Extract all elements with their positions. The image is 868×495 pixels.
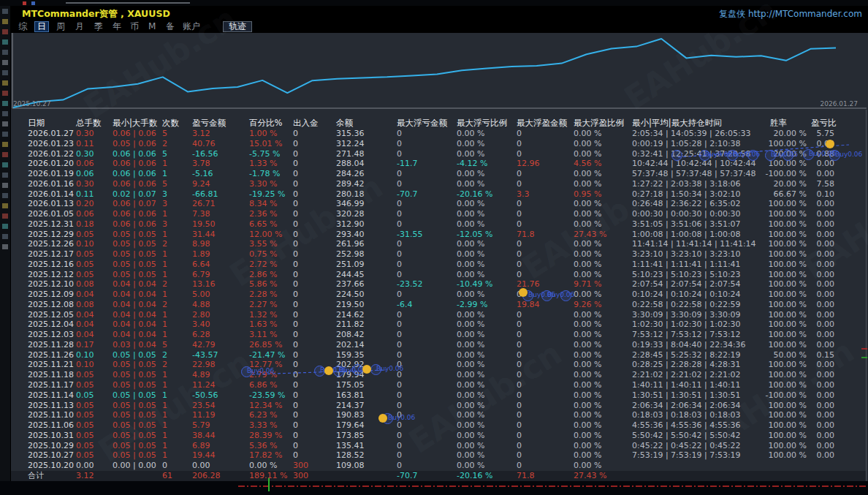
menu-item-6[interactable]: 年	[110, 22, 123, 31]
cell-col5: 2.27 %	[249, 300, 277, 310]
cell-col8: 0	[397, 249, 402, 260]
track-button[interactable]: 轨迹	[223, 21, 252, 32]
cell-col10: 0	[517, 239, 522, 249]
table-row[interactable]: 2026.01.230.110.05 | 0.06240.7615.01 %03…	[10, 139, 867, 149]
cell-col5: 2.28 %	[249, 290, 277, 300]
cell-col9: 0.00 %	[457, 441, 484, 451]
cell-col0: 2025.12.31	[28, 219, 74, 230]
menu-item-7[interactable]: 币	[128, 22, 141, 31]
cell-col14: 0.00	[808, 370, 834, 380]
table-row[interactable]: 2025.12.100.080.04 | 0.04213.165.86 %023…	[10, 279, 867, 290]
table-row[interactable]: 2025.12.030.040.04 | 0.0416.283.11 %0208…	[10, 330, 867, 340]
cell-col11: 0.95 %	[574, 189, 601, 200]
cell-col13: 100.00 %	[751, 290, 807, 300]
cell-col12: 0:00:19 | 1:05:28 | 2:10:38	[632, 139, 741, 149]
brand-url[interactable]: http://MTCommander.com	[748, 9, 862, 19]
menu-item-3[interactable]: 周	[54, 22, 67, 31]
table-row[interactable]: 2026.01.050.060.06 | 0.0617.382.36 %0320…	[10, 209, 867, 219]
table-row[interactable]: 2025.10.270.050.05 | 0.05119.4417.82 %01…	[10, 450, 867, 461]
cell-col5: 15.01 %	[249, 139, 282, 149]
cell-col4: 38.44	[192, 431, 216, 441]
table-row[interactable]: 2026.01.140.110.02 | 0.073-66.81-19.25 %…	[10, 189, 867, 200]
table-row[interactable]: 2025.11.100.050.05 | 0.05111.196.23 %019…	[10, 410, 867, 420]
table-row[interactable]: 2026.01.190.060.06 | 0.061-5.16-1.78 %02…	[10, 169, 867, 179]
table-row[interactable]: 2025.12.310.180.06 | 0.06319.506.65 %031…	[10, 219, 867, 230]
cell-col14: 0.00	[808, 270, 834, 280]
table-row[interactable]: 2025.12.080.080.04 | 0.0424.882.27 %0219…	[10, 300, 867, 310]
brand-link[interactable]: 复盘侠 http://MTCommander.com	[719, 8, 862, 20]
cell-col3: 1	[162, 450, 167, 461]
cell-col4: 42.79	[192, 340, 216, 350]
cell-col8: 0	[397, 260, 402, 270]
table-row[interactable]: 2025.11.260.100.05 | 0.052-43.57-21.47 %…	[10, 350, 867, 360]
cell-col12: 4:55:36 | 4:55:36 | 4:55:36	[632, 420, 741, 431]
table-row[interactable]: 2025.12.090.040.04 | 0.0415.002.28 %0224…	[10, 290, 867, 300]
menu-item-9[interactable]: 备	[164, 22, 177, 31]
table-row[interactable]: 2025.11.280.170.03 | 0.04542.7926.85 %02…	[10, 340, 867, 350]
cell-col8: 0	[397, 401, 402, 411]
cell-col9: -2.99 %	[457, 300, 487, 310]
table-row[interactable]: 2026.01.160.300.06 | 0.0659.243.30 %0289…	[10, 179, 867, 189]
table-row[interactable]: 2025.10.290.050.05 | 0.0516.895.36 %0135…	[10, 441, 867, 451]
table-row[interactable]: 2025.12.160.050.05 | 0.0516.642.72 %0251…	[10, 260, 867, 270]
cell-col5: -21.47 %	[249, 350, 285, 360]
page-title: MTCommander资管 , XAUUSD	[22, 8, 170, 20]
table-row[interactable]: 2025.12.260.100.05 | 0.0528.983.55 %0261…	[10, 239, 867, 249]
table-row[interactable]: 2025.11.210.100.05 | 0.05222.9812.77 %02…	[10, 360, 867, 370]
cell-col3: 5	[162, 129, 167, 139]
cell-col8: 0	[397, 310, 402, 320]
table-row[interactable]: 2025.11.140.050.05 | 0.051-50.56-23.59 %…	[10, 390, 867, 401]
cell-col7: 312.24	[336, 139, 365, 149]
table-row[interactable]: 2025.12.120.050.05 | 0.0516.792.86 %0244…	[10, 270, 867, 280]
close-trade-dot-icon	[324, 366, 333, 375]
menu-item-2[interactable]: 日	[35, 22, 48, 31]
cell-col7: 224.50	[336, 290, 365, 300]
cell-col10: 0	[517, 209, 522, 219]
cell-col1: 0.05	[76, 410, 94, 420]
cell-col4: 6.79	[192, 270, 210, 280]
cell-col13: 100.00 %	[751, 380, 807, 390]
cell-col8: 0	[397, 239, 402, 249]
cell-col10: 0	[517, 249, 522, 260]
cell-col9: 0.00 %	[457, 149, 484, 159]
cell-col7: 163.81	[336, 390, 365, 401]
column-header-2: 总手数	[76, 118, 102, 129]
cell-col13: 100.00 %	[751, 199, 807, 209]
cell-col9: 0.00 %	[457, 450, 484, 461]
cell-col12: 0:27:18 | 1:50:34 | 3:02:10	[632, 189, 741, 200]
table-row[interactable]: 2025.10.310.050.05 | 0.05138.4428.39 %01…	[10, 431, 867, 441]
menu-item-1[interactable]: 综	[16, 22, 29, 31]
table-row[interactable]: 2025.10.200.000.00 | 0.0000.000.00 %3001…	[10, 461, 867, 471]
sidebar-icon	[2, 173, 8, 178]
menu-item-10[interactable]: 账户	[180, 22, 202, 31]
table-row[interactable]: 2026.01.270.300.06 | 0.0653.121.00 %0315…	[10, 129, 867, 139]
table-row[interactable]: 2026.01.200.060.06 | 0.0613.781.33 %0288…	[10, 159, 867, 169]
menu-item-8[interactable]: M	[146, 22, 158, 31]
cell-col14: 0.00	[808, 159, 834, 169]
table-row[interactable]: 2025.11.170.050.05 | 0.05111.246.86 %017…	[10, 380, 867, 390]
cell-col3: 1	[162, 260, 167, 270]
table-row[interactable]: 2025.12.050.040.04 | 0.0412.801.32 %0214…	[10, 310, 867, 320]
cell-col5: 189.11 %	[249, 471, 287, 481]
table-row[interactable]: 2025.11.060.050.05 | 0.0515.793.33 %0179…	[10, 420, 867, 431]
table-row[interactable]: 2025.11.180.050.05 | 0.0514.892.79 %0179…	[10, 370, 867, 380]
table-row[interactable]: 2025.11.130.050.05 | 0.05123.5412.34 %02…	[10, 401, 867, 411]
table-row[interactable]: 2025.12.040.040.04 | 0.0413.401.63 %0211…	[10, 320, 867, 330]
cell-col7: 173.85	[336, 431, 365, 441]
cell-col12: 57:37:48 | 57:37:48 | 57:37:48	[632, 169, 756, 179]
menu-item-5[interactable]: 季	[92, 22, 105, 31]
table-row[interactable]: 2025.12.290.050.05 | 0.05131.4412.00 %02…	[10, 230, 867, 240]
cell-col8: -6.4	[397, 300, 412, 310]
table-row[interactable]: 2026.01.130.200.06 | 0.07326.718.34 %034…	[10, 199, 867, 209]
table-row[interactable]: 2025.12.170.050.05 | 0.0511.890.75 %0252…	[10, 249, 867, 260]
cell-col2: 0.04 | 0.04	[113, 310, 156, 320]
cell-col5: -5.75 %	[249, 149, 280, 159]
cell-col4: 1.89	[192, 249, 210, 260]
buy-trade-marker-label: Buy0.06	[376, 365, 403, 372]
cell-col6: 0	[293, 209, 298, 219]
cell-col4: 206.28	[192, 471, 221, 481]
cell-col12: 0:22:58 | 0:22:58 | 0:22:59	[632, 300, 741, 310]
menu-item-4[interactable]: 月	[73, 22, 86, 31]
cell-col0: 2025.10.31	[28, 431, 74, 441]
cell-col5: 2.72 %	[249, 260, 277, 270]
